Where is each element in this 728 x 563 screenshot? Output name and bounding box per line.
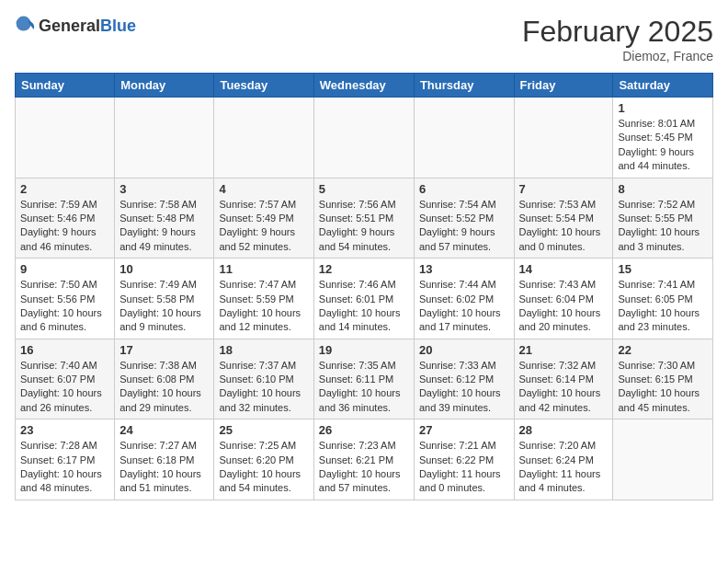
- calendar-week-3: 9Sunrise: 7:50 AM Sunset: 5:56 PM Daylig…: [16, 259, 713, 339]
- day-number: 12: [319, 262, 409, 276]
- calendar-cell: 13Sunrise: 7:44 AM Sunset: 6:02 PM Dayli…: [414, 259, 514, 339]
- calendar-cell: [414, 98, 514, 178]
- day-info: Sunrise: 7:30 AM Sunset: 6:15 PM Dayligh…: [618, 359, 708, 416]
- calendar-table: SundayMondayTuesdayWednesdayThursdayFrid…: [15, 73, 713, 500]
- calendar-cell: [16, 98, 115, 178]
- day-info: Sunrise: 7:49 AM Sunset: 5:58 PM Dayligh…: [119, 278, 209, 335]
- calendar-cell: 2Sunrise: 7:59 AM Sunset: 5:46 PM Daylig…: [16, 178, 115, 259]
- calendar-cell: 25Sunrise: 7:25 AM Sunset: 6:20 PM Dayli…: [214, 419, 313, 500]
- calendar-week-2: 2Sunrise: 7:59 AM Sunset: 5:46 PM Daylig…: [16, 178, 713, 259]
- page-header: GeneralBlue February 2025 Diemoz, France: [15, 15, 713, 63]
- calendar-cell: 5Sunrise: 7:56 AM Sunset: 5:51 PM Daylig…: [313, 178, 414, 259]
- day-number: 25: [219, 423, 308, 437]
- day-number: 23: [20, 423, 109, 437]
- day-number: 19: [319, 343, 409, 357]
- calendar-week-1: 1Sunrise: 8:01 AM Sunset: 5:45 PM Daylig…: [16, 98, 713, 178]
- calendar-cell: 18Sunrise: 7:37 AM Sunset: 6:10 PM Dayli…: [214, 339, 313, 419]
- day-number: 8: [618, 182, 708, 196]
- calendar-cell: 15Sunrise: 7:41 AM Sunset: 6:05 PM Dayli…: [613, 259, 713, 339]
- calendar-cell: 20Sunrise: 7:33 AM Sunset: 6:12 PM Dayli…: [414, 339, 514, 419]
- calendar-week-4: 16Sunrise: 7:40 AM Sunset: 6:07 PM Dayli…: [16, 339, 713, 419]
- day-info: Sunrise: 7:47 AM Sunset: 5:59 PM Dayligh…: [219, 278, 308, 335]
- calendar-cell: 11Sunrise: 7:47 AM Sunset: 5:59 PM Dayli…: [214, 259, 313, 339]
- day-info: Sunrise: 7:32 AM Sunset: 6:14 PM Dayligh…: [519, 359, 609, 416]
- day-number: 9: [20, 262, 109, 276]
- day-info: Sunrise: 7:28 AM Sunset: 6:17 PM Dayligh…: [20, 439, 109, 496]
- calendar-cell: 10Sunrise: 7:49 AM Sunset: 5:58 PM Dayli…: [115, 259, 214, 339]
- col-header-wednesday: Wednesday: [313, 74, 414, 98]
- day-info: Sunrise: 7:52 AM Sunset: 5:55 PM Dayligh…: [618, 198, 708, 255]
- calendar-cell: 26Sunrise: 7:23 AM Sunset: 6:21 PM Dayli…: [313, 419, 414, 500]
- month-title: February 2025: [522, 15, 713, 49]
- calendar-cell: [313, 98, 414, 178]
- day-info: Sunrise: 7:23 AM Sunset: 6:21 PM Dayligh…: [319, 439, 409, 496]
- day-info: Sunrise: 7:33 AM Sunset: 6:12 PM Dayligh…: [419, 359, 509, 416]
- calendar-cell: [115, 98, 214, 178]
- day-info: Sunrise: 7:58 AM Sunset: 5:48 PM Dayligh…: [119, 198, 209, 255]
- calendar-cell: 17Sunrise: 7:38 AM Sunset: 6:08 PM Dayli…: [115, 339, 214, 419]
- calendar-cell: 3Sunrise: 7:58 AM Sunset: 5:48 PM Daylig…: [115, 178, 214, 259]
- day-info: Sunrise: 7:41 AM Sunset: 6:05 PM Dayligh…: [618, 278, 708, 335]
- day-number: 27: [419, 423, 509, 437]
- calendar-cell: 6Sunrise: 7:54 AM Sunset: 5:52 PM Daylig…: [414, 178, 514, 259]
- location-subtitle: Diemoz, France: [522, 49, 713, 63]
- day-number: 20: [419, 343, 509, 357]
- logo-icon: [15, 15, 37, 37]
- day-info: Sunrise: 7:56 AM Sunset: 5:51 PM Dayligh…: [319, 198, 409, 255]
- col-header-tuesday: Tuesday: [214, 74, 313, 98]
- calendar-cell: [514, 98, 613, 178]
- day-number: 5: [319, 182, 409, 196]
- day-info: Sunrise: 7:35 AM Sunset: 6:11 PM Dayligh…: [319, 359, 409, 416]
- day-number: 3: [119, 182, 209, 196]
- day-info: Sunrise: 7:38 AM Sunset: 6:08 PM Dayligh…: [119, 359, 209, 416]
- title-block: February 2025 Diemoz, France: [522, 15, 713, 63]
- day-number: 21: [519, 343, 609, 357]
- day-number: 24: [119, 423, 209, 437]
- day-number: 4: [219, 182, 308, 196]
- day-number: 15: [618, 262, 708, 276]
- col-header-friday: Friday: [514, 74, 613, 98]
- day-number: 22: [618, 343, 708, 357]
- day-number: 26: [319, 423, 409, 437]
- day-number: 11: [219, 262, 308, 276]
- day-number: 14: [519, 262, 609, 276]
- col-header-monday: Monday: [115, 74, 214, 98]
- calendar-cell: 9Sunrise: 7:50 AM Sunset: 5:56 PM Daylig…: [16, 259, 115, 339]
- logo-blue-text: Blue: [100, 17, 136, 36]
- day-number: 16: [20, 343, 109, 357]
- calendar-cell: 19Sunrise: 7:35 AM Sunset: 6:11 PM Dayli…: [313, 339, 414, 419]
- day-info: Sunrise: 7:54 AM Sunset: 5:52 PM Dayligh…: [419, 198, 509, 255]
- day-info: Sunrise: 7:27 AM Sunset: 6:18 PM Dayligh…: [119, 439, 209, 496]
- calendar-cell: 24Sunrise: 7:27 AM Sunset: 6:18 PM Dayli…: [115, 419, 214, 500]
- day-number: 2: [20, 182, 109, 196]
- day-number: 17: [119, 343, 209, 357]
- calendar-cell: [214, 98, 313, 178]
- day-number: 6: [419, 182, 509, 196]
- day-info: Sunrise: 7:59 AM Sunset: 5:46 PM Dayligh…: [20, 198, 109, 255]
- day-number: 13: [419, 262, 509, 276]
- calendar-cell: 1Sunrise: 8:01 AM Sunset: 5:45 PM Daylig…: [613, 98, 713, 178]
- day-info: Sunrise: 8:01 AM Sunset: 5:45 PM Dayligh…: [618, 117, 708, 174]
- calendar-cell: 16Sunrise: 7:40 AM Sunset: 6:07 PM Dayli…: [16, 339, 115, 419]
- day-info: Sunrise: 7:50 AM Sunset: 5:56 PM Dayligh…: [20, 278, 109, 335]
- calendar-cell: 23Sunrise: 7:28 AM Sunset: 6:17 PM Dayli…: [16, 419, 115, 500]
- calendar-cell: 14Sunrise: 7:43 AM Sunset: 6:04 PM Dayli…: [514, 259, 613, 339]
- day-number: 7: [519, 182, 609, 196]
- day-info: Sunrise: 7:20 AM Sunset: 6:24 PM Dayligh…: [519, 439, 609, 496]
- calendar-cell: 12Sunrise: 7:46 AM Sunset: 6:01 PM Dayli…: [313, 259, 414, 339]
- day-info: Sunrise: 7:57 AM Sunset: 5:49 PM Dayligh…: [219, 198, 308, 255]
- day-number: 28: [519, 423, 609, 437]
- day-number: 1: [618, 101, 708, 115]
- day-info: Sunrise: 7:40 AM Sunset: 6:07 PM Dayligh…: [20, 359, 109, 416]
- calendar-cell: 7Sunrise: 7:53 AM Sunset: 5:54 PM Daylig…: [514, 178, 613, 259]
- calendar-cell: [613, 419, 713, 500]
- calendar-week-5: 23Sunrise: 7:28 AM Sunset: 6:17 PM Dayli…: [16, 419, 713, 500]
- day-info: Sunrise: 7:44 AM Sunset: 6:02 PM Dayligh…: [419, 278, 509, 335]
- day-info: Sunrise: 7:53 AM Sunset: 5:54 PM Dayligh…: [519, 198, 609, 255]
- day-info: Sunrise: 7:21 AM Sunset: 6:22 PM Dayligh…: [419, 439, 509, 496]
- col-header-sunday: Sunday: [16, 74, 115, 98]
- svg-point-0: [17, 17, 31, 31]
- day-number: 18: [219, 343, 308, 357]
- calendar-cell: 21Sunrise: 7:32 AM Sunset: 6:14 PM Dayli…: [514, 339, 613, 419]
- calendar-cell: 28Sunrise: 7:20 AM Sunset: 6:24 PM Dayli…: [514, 419, 613, 500]
